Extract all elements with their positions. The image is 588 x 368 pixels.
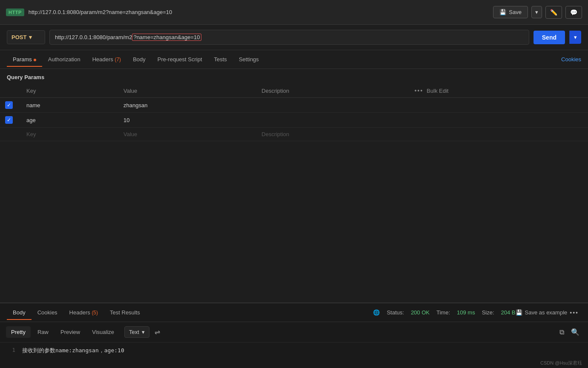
- response-toolbar: Pretty Raw Preview Visualize Text ▾ ⇌ ⧉ …: [0, 322, 588, 342]
- table-row: Key Value Description: [0, 128, 588, 141]
- status-label: Status:: [387, 309, 404, 316]
- format-chevron-icon: ▾: [142, 329, 145, 335]
- bottom-tabs-bar: Body Cookies Headers (5) Test Results 🌐 …: [0, 303, 588, 322]
- params-dot: [34, 59, 36, 61]
- params-table-header: Key Value Description ••• Bulk Edit: [0, 84, 588, 98]
- row2-value[interactable]: 10: [118, 113, 256, 128]
- status-value: 200 OK: [411, 309, 430, 316]
- save-dropdown-button[interactable]: ▾: [531, 6, 542, 18]
- col-actions: ••• Bulk Edit: [409, 84, 588, 98]
- row3-actions: [409, 128, 588, 141]
- size-value: 204 B: [501, 309, 516, 316]
- bottom-tab-cookies[interactable]: Cookies: [32, 305, 63, 320]
- bottom-tab-headers[interactable]: Headers (5): [63, 305, 104, 320]
- row3-checkbox-cell: [0, 128, 21, 141]
- wrap-button[interactable]: ⇌: [151, 326, 163, 338]
- tab-tests[interactable]: Tests: [208, 52, 233, 67]
- footer: CSDN @Hsu深君珏: [534, 358, 588, 368]
- col-checkbox: [0, 84, 21, 98]
- query-params-title: Query Params: [0, 69, 588, 84]
- tab-headers[interactable]: Headers (7): [86, 52, 127, 67]
- save-example-button[interactable]: 💾 Save as example: [516, 309, 568, 316]
- row1-key[interactable]: name: [21, 98, 118, 113]
- top-url: http://127.0.0.1:8080/param/m2?name=zhan…: [29, 9, 489, 15]
- row2-description[interactable]: [256, 113, 409, 128]
- top-bar: HTTP http://127.0.0.1:8080/param/m2?name…: [0, 0, 588, 25]
- row1-description[interactable]: [256, 98, 409, 113]
- row1-value[interactable]: zhangsan: [118, 98, 256, 113]
- response-code-area: 1 接收到的参数name:zhangsan，age:10: [0, 342, 588, 368]
- response-status-area: 🌐 Status: 200 OK Time: 109 ms Size: 204 …: [373, 309, 515, 316]
- row1-actions: [409, 98, 588, 113]
- copy-button[interactable]: ⧉: [557, 326, 567, 339]
- col-value: Value: [118, 84, 256, 98]
- col-key: Key: [21, 84, 118, 98]
- bottom-panel: Body Cookies Headers (5) Test Results 🌐 …: [0, 302, 588, 368]
- tab-authorization[interactable]: Authorization: [42, 52, 86, 67]
- bulk-edit-label[interactable]: Bulk Edit: [427, 88, 448, 94]
- tab-body[interactable]: Body: [127, 52, 152, 67]
- time-label: Time:: [436, 309, 450, 316]
- tab-settings[interactable]: Settings: [233, 52, 265, 67]
- row3-description[interactable]: Description: [256, 128, 409, 141]
- row2-checkbox[interactable]: [5, 116, 13, 124]
- tab-prerequest[interactable]: Pre-request Script: [152, 52, 208, 67]
- size-label: Size:: [482, 309, 494, 316]
- url-display[interactable]: http://127.0.0.1:8080/param/m2?name=zhan…: [49, 30, 529, 45]
- bottom-tab-body[interactable]: Body: [7, 305, 32, 320]
- edit-button[interactable]: ✏️: [545, 6, 562, 19]
- bottom-headers-badge: (5): [92, 310, 98, 316]
- format-selector[interactable]: Text ▾: [124, 326, 149, 338]
- save-button[interactable]: 💾 Save: [493, 6, 528, 18]
- query-params-section: Query Params Key Value Description ••• B…: [0, 69, 588, 141]
- line-number: 1: [7, 347, 15, 364]
- top-actions: 💾 Save ▾ ✏️ 💬: [493, 6, 582, 19]
- method-selector[interactable]: POST ▾: [7, 30, 45, 44]
- request-tabs-bar: Params Authorization Headers (7) Body Pr…: [0, 50, 588, 69]
- search-button[interactable]: 🔍: [568, 325, 582, 339]
- table-row: age 10: [0, 113, 588, 128]
- params-table: Key Value Description ••• Bulk Edit name…: [0, 84, 588, 141]
- table-row: name zhangsan: [0, 98, 588, 113]
- more-dots-icon: •••: [414, 87, 423, 94]
- headers-badge: (7): [115, 57, 121, 63]
- resp-tab-visualize[interactable]: Visualize: [87, 326, 119, 338]
- row2-key[interactable]: age: [21, 113, 118, 128]
- row3-value[interactable]: Value: [118, 128, 256, 141]
- row1-checkbox[interactable]: [5, 101, 13, 109]
- send-button[interactable]: Send: [534, 31, 565, 44]
- tab-params[interactable]: Params: [7, 52, 42, 67]
- comment-button[interactable]: 💬: [565, 6, 582, 19]
- row2-actions: [409, 113, 588, 128]
- request-bar: POST ▾ http://127.0.0.1:8080/param/m2?na…: [0, 25, 588, 50]
- row3-key[interactable]: Key: [21, 128, 118, 141]
- send-dropdown-button[interactable]: ▾: [569, 31, 581, 44]
- url-input-wrap: http://127.0.0.1:8080/param/m2?name=zhan…: [49, 30, 529, 45]
- row1-checkbox-cell: [0, 98, 21, 113]
- save-icon: 💾: [499, 9, 506, 15]
- url-base: http://127.0.0.1:8080/param/m2: [55, 34, 132, 40]
- time-value: 109 ms: [457, 309, 475, 316]
- http-badge: HTTP: [6, 9, 24, 16]
- method-label: POST: [11, 34, 26, 40]
- col-description: Description: [256, 84, 409, 98]
- globe-icon: 🌐: [373, 309, 380, 316]
- resp-tab-preview[interactable]: Preview: [55, 326, 85, 338]
- method-chevron: ▾: [29, 34, 32, 40]
- response-code-content: 接收到的参数name:zhangsan，age:10: [22, 347, 124, 364]
- save-example-icon: 💾: [516, 309, 522, 316]
- resp-tab-raw[interactable]: Raw: [32, 326, 54, 338]
- row2-checkbox-cell: [0, 113, 21, 128]
- url-querystring: ?name=zhangsan&age=10: [132, 34, 201, 41]
- resp-tab-pretty[interactable]: Pretty: [6, 326, 31, 338]
- bottom-tab-test-results[interactable]: Test Results: [104, 305, 146, 320]
- cookies-link[interactable]: Cookies: [561, 56, 581, 63]
- more-button[interactable]: •••: [567, 309, 581, 316]
